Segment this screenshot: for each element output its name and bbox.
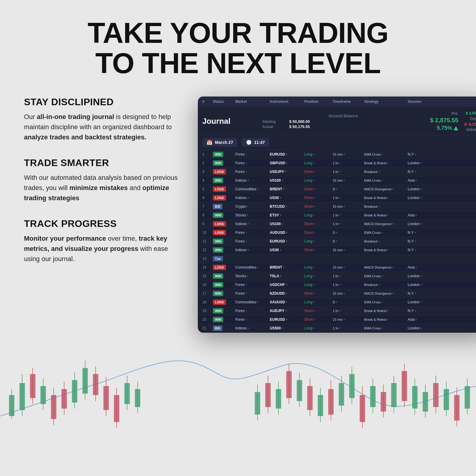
position-cell: Long▾ bbox=[304, 274, 331, 278]
market-cell: Forex▾ bbox=[235, 309, 268, 313]
instrument-cell: EURUSD▾ bbox=[270, 152, 303, 156]
table-row[interactable]: 9 LOSS Indices▾ US100▾ Short▾ 1 hr▾ MACD… bbox=[198, 220, 476, 228]
actual-value: $ 50,175.55 bbox=[289, 124, 325, 129]
dropdown-icon: ▾ bbox=[421, 301, 422, 304]
table-row[interactable]: 17 WIN Forex▾ NZDUSD▾ Short▾ 15 min▾ MAC… bbox=[198, 289, 476, 298]
table-row[interactable]: 5 LOSS Commodities▾ BRENT▾ Short▾ D▾ MAC… bbox=[198, 185, 476, 194]
strategy-cell: MACD Divergence▾ bbox=[364, 187, 406, 191]
withdrawal-value: $ -6,200.00 bbox=[464, 122, 476, 126]
deposits-label: Deposits bbox=[464, 117, 476, 121]
dropdown-icon: ▾ bbox=[245, 231, 247, 234]
dropdown-icon: ▾ bbox=[314, 205, 315, 208]
table-row[interactable]: 2 WIN Forex▾ GBPUSD▾ Long▾ 1 hr▾ Break &… bbox=[198, 159, 476, 168]
table-row[interactable]: 21 B/E Indices▾ US500▾ Long▾ 1 hr▾ EMA C… bbox=[198, 324, 476, 333]
table-row[interactable]: 3 LOSS Forex▾ USDJPY▾ Short▾ 1 hr▾ Break… bbox=[198, 168, 476, 176]
dropdown-icon: ▾ bbox=[382, 153, 383, 156]
table-row[interactable]: 15 WIN Stocks▾ TSLA▾ Long▾ 1 hr▾ EMA Cro… bbox=[198, 272, 476, 281]
session-cell: London▾ bbox=[408, 161, 432, 165]
session-cell: Asia▾ bbox=[408, 265, 432, 269]
table-row[interactable]: 4 WIN Indices▾ US100▾ Long▾ 15 min▾ EMA … bbox=[198, 176, 476, 185]
trade-num: 11 bbox=[202, 239, 211, 243]
feature-text-3: Monitor your performance over time, trac… bbox=[24, 234, 180, 264]
instrument-cell: US100▾ bbox=[270, 222, 303, 226]
position-cell: Long▾ bbox=[304, 178, 331, 183]
dropdown-icon: ▾ bbox=[248, 179, 249, 182]
table-row[interactable]: 10 LOSS Forex▾ AUDUSD▾ Short▾ D▾ EMA Cro… bbox=[198, 228, 476, 237]
timeframe-cell: D▾ bbox=[333, 231, 363, 234]
instrument-cell: GBPUSD▾ bbox=[270, 161, 303, 165]
dropdown-icon: ▾ bbox=[282, 179, 283, 182]
table-row[interactable]: 12 WIN Indices▾ US30▾ Short▾ 15 min▾ Bre… bbox=[198, 246, 476, 254]
status-badge: WIN bbox=[213, 317, 223, 322]
table-row[interactable]: 11 WIN Forex▾ EURUSD▾ Long▾ D▾ Breakout▾… bbox=[198, 237, 476, 246]
table-row[interactable]: 20 WIN Forex▾ EURUSD▾ Short▾ 15 min▾ Bre… bbox=[198, 315, 476, 324]
trade-num: 6 bbox=[202, 196, 211, 200]
account-rows: Starting $ 50,000.00 Actual $ 50,175.55 bbox=[262, 119, 424, 129]
session-cell: N.Y▾ bbox=[408, 152, 432, 156]
table-row[interactable]: 19 WIN Forex▾ AUDJPY▾ Short▾ 1 hr▾ Break… bbox=[198, 307, 476, 315]
strategy-cell: MACD Divergence▾ bbox=[364, 292, 406, 295]
session-cell: Asia▾ bbox=[408, 178, 432, 183]
dropdown-icon: ▾ bbox=[382, 231, 383, 234]
dropdown-icon: ▾ bbox=[313, 283, 315, 286]
dropdown-icon: ▾ bbox=[392, 292, 394, 295]
dropdown-icon: ▾ bbox=[378, 205, 380, 208]
market-cell: Commodities▾ bbox=[235, 187, 268, 191]
dropdown-icon: ▾ bbox=[415, 153, 416, 156]
dropdown-icon: ▾ bbox=[336, 301, 338, 304]
dropdown-icon: ▾ bbox=[415, 179, 417, 182]
table-row[interactable]: 7 B/E Crypto▾ BTCUSD▾ Short▾ 15 min▾ Bre… bbox=[198, 202, 476, 211]
dropdown-icon: ▾ bbox=[339, 214, 341, 217]
timeframe-cell: D▾ bbox=[333, 187, 363, 191]
dropdown-icon: ▾ bbox=[245, 292, 247, 295]
trade-num: 19 bbox=[202, 309, 211, 313]
table-row[interactable]: 8 WIN Stocks▾ ETSY▾ Long▾ 1 hr▾ Break & … bbox=[198, 211, 476, 220]
dropdown-icon: ▾ bbox=[286, 283, 287, 286]
table-row[interactable]: 13 Txn bbox=[198, 254, 476, 263]
position-cell: Short▾ bbox=[304, 196, 331, 200]
timeframe-cell: 1 hr▾ bbox=[333, 326, 363, 330]
col-header-num: # bbox=[202, 100, 211, 104]
table-row[interactable]: 1 WIN Forex▾ EURUSD▾ Long▾ 15 min▾ EMA C… bbox=[198, 150, 476, 159]
status-badge: LOSS bbox=[213, 230, 226, 235]
dropdown-icon: ▾ bbox=[314, 222, 315, 225]
dropdown-icon: ▾ bbox=[314, 170, 315, 173]
dropdown-icon: ▾ bbox=[415, 170, 416, 173]
trade-num: 14 bbox=[202, 265, 211, 269]
feature-title-2: TRADE SMARTER bbox=[24, 157, 180, 168]
balance-value: $ 3,500.00 bbox=[464, 111, 476, 115]
table-row[interactable]: 16 WIN Forex▾ USDCHF▾ Long▾ 1 hr▾ Breako… bbox=[198, 281, 476, 289]
market-cell: Commodities▾ bbox=[235, 300, 268, 304]
position-cell: Short▾ bbox=[304, 187, 331, 191]
table-row[interactable]: 18 LOSS Commodities▾ XAUUSD▾ Long▾ D▾ EM… bbox=[198, 298, 476, 307]
market-cell: Indices▾ bbox=[235, 222, 268, 226]
instrument-cell: AUDUSD▾ bbox=[270, 231, 303, 235]
position-cell: Short▾ bbox=[304, 317, 331, 322]
position-cell: Short▾ bbox=[304, 248, 331, 252]
timeframe-cell: 1 hr▾ bbox=[333, 213, 363, 217]
table-row[interactable]: 14 LOSS Commodities▾ BRENT▾ Long▾ 15 min… bbox=[198, 263, 476, 272]
session-cell: London▾ bbox=[408, 283, 432, 287]
timeframe-cell: 1 hr▾ bbox=[333, 222, 363, 226]
dropdown-icon: ▾ bbox=[286, 292, 287, 295]
status-cell: WIN bbox=[213, 317, 234, 322]
status-cell: WIN bbox=[213, 274, 234, 278]
session-cell: N.Y▾ bbox=[408, 291, 432, 296]
dropdown-icon: ▾ bbox=[280, 214, 281, 217]
dropdown-icon: ▾ bbox=[314, 188, 315, 191]
timeframe-cell: 15 min▾ bbox=[333, 292, 363, 295]
dropdown-icon: ▾ bbox=[378, 170, 380, 173]
status-cell: LOSS bbox=[213, 300, 234, 304]
col-header-strategy: Strategy bbox=[364, 100, 406, 104]
dropdown-icon: ▾ bbox=[387, 196, 389, 199]
status-cell: WIN bbox=[213, 291, 234, 296]
session-cell: London▾ bbox=[408, 326, 432, 330]
position-cell: Short▾ bbox=[304, 291, 331, 296]
dropdown-icon: ▾ bbox=[280, 196, 281, 199]
trade-num: 16 bbox=[202, 283, 211, 287]
dropdown-icon: ▾ bbox=[245, 162, 247, 165]
dropdown-icon: ▾ bbox=[339, 309, 341, 312]
status-cell: WIN bbox=[213, 213, 234, 217]
dropdown-icon: ▾ bbox=[392, 266, 394, 269]
table-row[interactable]: 6 LOSS Indices▾ US30▾ Short▾ 1 hr▾ Break… bbox=[198, 194, 476, 202]
